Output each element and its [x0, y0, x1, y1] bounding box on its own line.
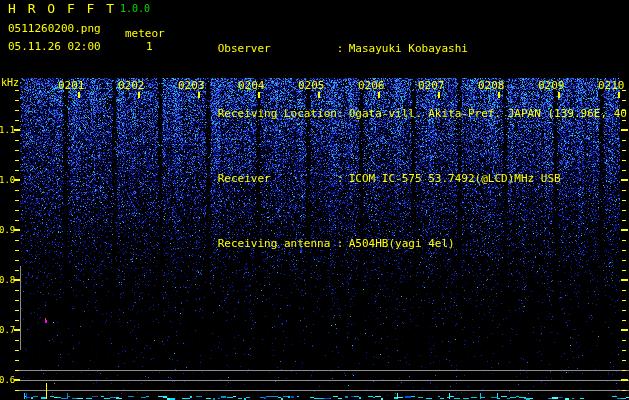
info-value: Ogata-vill. Akita-Pref. JAPAN (139.96E, …: [349, 107, 629, 120]
info-value: ICOM IC-575 53.7492(@LCD)MHz USB: [349, 172, 561, 185]
info-label: Observer: [218, 42, 337, 55]
info-row-location: Receiving Location:Ogata-vill. Akita-Pre…: [178, 94, 629, 133]
info-label: Receiving antenna: [218, 237, 337, 250]
info-colon: :: [337, 107, 349, 120]
info-label: Receiver: [218, 172, 337, 185]
hrofft-screen: H R O F F T 1.0.0 0511260200.png meteor …: [0, 0, 629, 400]
info-label: Receiving Location: [218, 107, 337, 120]
app-version: 1.0.0: [120, 3, 150, 14]
info-value: A504HB(yagi 4el): [349, 237, 455, 250]
info-colon: :: [337, 237, 349, 250]
info-colon: :: [337, 42, 349, 55]
info-colon: :: [337, 172, 349, 185]
info-row-observer: Observer:Masayuki Kobayashi: [178, 29, 629, 68]
app-title: H R O F F T: [8, 1, 116, 16]
observation-datetime: 05.11.26 02:00: [8, 40, 101, 53]
echo-count: 1: [146, 40, 153, 53]
info-row-receiver: Receiver:ICOM IC-575 53.7492(@LCD)MHz US…: [178, 159, 629, 198]
info-value: Masayuki Kobayashi: [349, 42, 468, 55]
station-info: Observer:Masayuki Kobayashi Receiving Lo…: [178, 3, 629, 289]
observation-mode: meteor: [125, 27, 165, 40]
output-filename: 0511260200.png: [8, 22, 101, 35]
info-row-antenna: Receiving antenna:A504HB(yagi 4el): [178, 224, 629, 263]
